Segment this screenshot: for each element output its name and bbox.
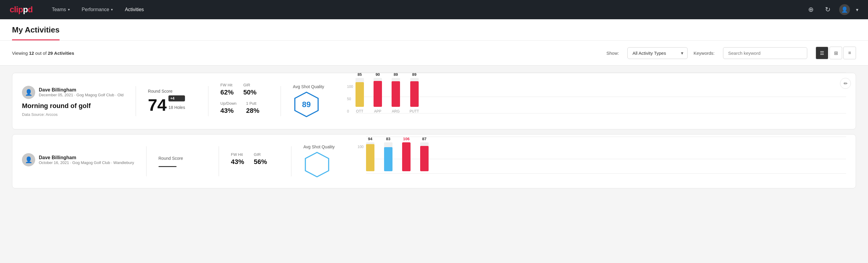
bar-putt-container: [410, 78, 418, 107]
bar-app: 90 APP: [374, 72, 382, 113]
page-title: My Activities: [12, 25, 60, 40]
stat-row-1: FW Hit 62% GIR 50%: [220, 83, 269, 96]
stats-section: FW Hit 62% GIR 50% Up/Down 43% 1 Putt 28…: [220, 83, 269, 119]
one-putt-label: 1 Putt: [246, 101, 259, 106]
stat-row-2-1: FW Hit 43% GIR 56%: [231, 152, 279, 166]
bar2-3-value: 106: [403, 137, 410, 141]
avatar-2: 👤: [22, 153, 35, 167]
hexagon-2: [304, 151, 331, 178]
filter-bar: Viewing 12 out of 29 Activities Show: Al…: [0, 40, 868, 66]
nav-item-activities[interactable]: Activities: [125, 6, 144, 13]
bar-ott-label: OTT: [356, 109, 363, 113]
bar2-2-container: [384, 142, 393, 171]
activity-title: Morning round of golf: [22, 102, 124, 110]
round-score-section: Round Score 74 +4 18 Holes: [148, 89, 196, 113]
user-avatar-icon: 👤: [841, 6, 848, 13]
updown-stat: Up/Down 43%: [220, 101, 237, 115]
y-label-0: 0: [347, 109, 353, 113]
shot-quality-section: Avg Shot Quality 89: [293, 84, 335, 118]
y-label-100: 100: [347, 85, 353, 89]
avatar: 👤: [22, 86, 35, 99]
hexagon: 89: [293, 91, 320, 118]
avatar-icon: 👤: [25, 89, 32, 96]
bar2-1-fill: [366, 144, 374, 171]
round-score-label-2: Round Score: [158, 156, 207, 161]
hexagon-container: 89: [293, 91, 320, 118]
user-info: 👤 Dave Billingham December 05, 2021 · Go…: [22, 86, 124, 99]
viewing-prefix: Viewing: [12, 51, 29, 56]
stat-row-2: Up/Down 43% 1 Putt 28%: [220, 101, 269, 115]
bar2-4: 87: [420, 137, 429, 174]
activity-card-2: 👤 Dave Billingham October 16, 2021 · Gog…: [12, 134, 856, 188]
nav-activities-label: Activities: [125, 7, 144, 12]
activity-type-select[interactable]: All Activity Types: [627, 47, 687, 59]
nav-performance-label: Performance: [82, 7, 110, 12]
viewing-total: 29: [48, 51, 53, 56]
bar2-1-container: [366, 142, 374, 171]
shot-quality-label-2: Avg Shot Quality: [304, 144, 335, 149]
nav-item-teams[interactable]: Teams ▾: [52, 6, 69, 13]
user-date-2: October 16, 2021 · Gog Magog Golf Club ·…: [39, 160, 134, 165]
viewing-middle: out of: [35, 51, 48, 56]
avatar-icon-2: 👤: [25, 156, 32, 164]
user-details: Dave Billingham December 05, 2021 · Gog …: [39, 87, 124, 97]
bar-arg-fill: [392, 81, 400, 107]
user-info-2: 👤 Dave Billingham October 16, 2021 · Gog…: [22, 153, 134, 167]
nav-item-performance[interactable]: Performance ▾: [82, 6, 113, 13]
shot-quality-label: Avg Shot Quality: [293, 84, 324, 89]
page-header: My Activities: [0, 19, 868, 40]
viewing-count: 12: [29, 51, 34, 56]
add-button[interactable]: ⊕: [805, 4, 816, 15]
fw-hit-stat-2: FW Hit 43%: [231, 152, 244, 166]
card-left-2: 👤 Dave Billingham October 16, 2021 · Gog…: [22, 153, 134, 169]
view-grid-button[interactable]: ⊞: [830, 47, 842, 59]
user-name-2: Dave Billingham: [39, 155, 134, 160]
user-date: December 05, 2021 · Gog Magog Golf Club …: [39, 93, 124, 97]
bar-arg-label: ARG: [392, 109, 400, 113]
nav-actions: ⊕ ↻ 👤 ▾: [805, 4, 858, 15]
bar-app-fill: [374, 81, 382, 107]
score-badge: +4: [168, 95, 185, 101]
show-label: Show:: [606, 51, 619, 56]
navbar: clippd Teams ▾ Performance ▾ Activities …: [0, 0, 868, 19]
bar-ott-container: [355, 78, 364, 107]
divider-3: [281, 86, 281, 116]
card-left: 👤 Dave Billingham December 05, 2021 · Go…: [22, 86, 124, 117]
bar-arg: 89 ARG: [392, 72, 400, 113]
view-list-button[interactable]: ☰: [816, 47, 828, 59]
hexagon-value: 89: [302, 100, 311, 109]
fw-hit-stat: FW Hit 62%: [220, 83, 234, 96]
updown-value: 43%: [220, 107, 237, 115]
shot-quality-section-2: Avg Shot Quality: [304, 144, 346, 178]
user-avatar-button[interactable]: 👤: [839, 4, 850, 15]
keyword-input[interactable]: [723, 47, 807, 59]
bar-putt-label: PUTT: [410, 109, 419, 113]
bar2-3-fill: [402, 142, 410, 171]
refresh-button[interactable]: ↻: [822, 4, 833, 15]
nav-performance-chevron: ▾: [111, 7, 113, 12]
one-putt-value: 28%: [246, 107, 259, 115]
fw-hit-value-2: 43%: [231, 158, 244, 166]
bar2-3: 106: [402, 137, 410, 174]
bar-chart-section-2: 100 94: [358, 142, 846, 181]
activity-type-wrapper: All Activity Types: [627, 47, 687, 59]
hexagon-container-2: [304, 151, 331, 178]
y-label-50: 50: [347, 97, 353, 101]
compact-icon: ≡: [848, 50, 851, 56]
fw-hit-value: 62%: [220, 88, 234, 96]
fw-hit-label-2: FW Hit: [231, 152, 244, 157]
logo[interactable]: clippd: [10, 5, 32, 14]
bar-ott: 85 OTT: [355, 72, 364, 113]
bar2-4-fill: [420, 146, 429, 171]
grid-icon: ⊞: [834, 50, 838, 56]
gir-value-2: 56%: [254, 158, 267, 166]
activities-list: ✏ 👤 Dave Billingham December 05, 2021 · …: [0, 66, 868, 196]
divider-2-2: [219, 146, 219, 176]
bar-putt-fill: [410, 81, 418, 107]
view-compact-button[interactable]: ≡: [843, 47, 856, 59]
score-number: 74: [148, 96, 166, 113]
bar2-2: 83: [384, 137, 393, 174]
user-name: Dave Billingham: [39, 87, 124, 93]
user-dropdown-chevron[interactable]: ▾: [856, 7, 858, 12]
activity-card: ✏ 👤 Dave Billingham December 05, 2021 · …: [12, 73, 856, 129]
